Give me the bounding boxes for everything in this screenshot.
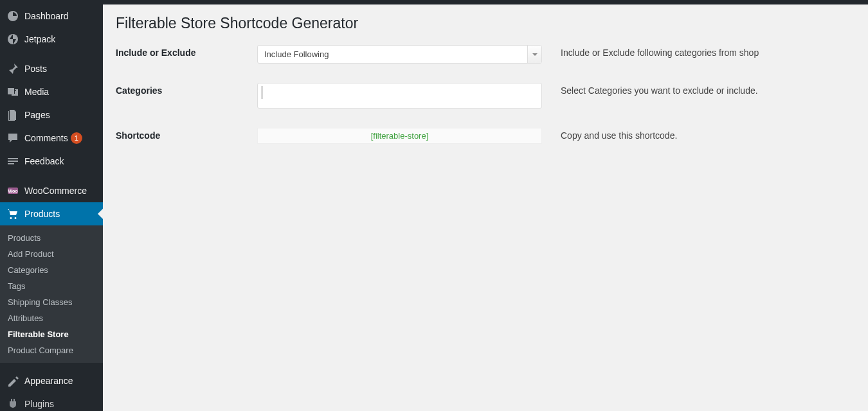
sidebar-item-dashboard[interactable]: Dashboard bbox=[0, 4, 103, 28]
cart-icon bbox=[6, 207, 19, 220]
admin-topbar bbox=[0, 0, 868, 4]
submenu-item-attributes[interactable]: Attributes bbox=[0, 310, 103, 326]
pages-icon bbox=[6, 109, 19, 121]
pin-icon bbox=[6, 62, 19, 75]
comment-icon bbox=[6, 132, 19, 144]
sidebar-item-plugins[interactable]: Plugins bbox=[0, 392, 103, 410]
sidebar-label: WooCommerce bbox=[24, 186, 87, 196]
submenu-item-filterable-store[interactable]: Filterable Store bbox=[0, 326, 103, 342]
dashboard-icon bbox=[6, 10, 19, 22]
sidebar-label: Dashboard bbox=[24, 11, 69, 21]
text-cursor bbox=[262, 86, 262, 99]
sidebar-item-products[interactable]: Products bbox=[0, 202, 103, 225]
appearance-icon bbox=[6, 374, 19, 387]
feedback-icon bbox=[6, 155, 19, 168]
svg-rect-2 bbox=[8, 158, 18, 159]
sidebar-label: Feedback bbox=[24, 156, 64, 166]
sidebar-label: Media bbox=[24, 87, 49, 97]
sidebar-label: Pages bbox=[24, 110, 50, 120]
help-shortcode: Copy and use this shortcode. bbox=[547, 128, 855, 141]
row-shortcode: Shortcode [filterable-store] Copy and us… bbox=[116, 128, 855, 144]
help-categories: Select Categories you want to exclude or… bbox=[547, 83, 855, 96]
include-exclude-select[interactable]: Include Following bbox=[257, 45, 542, 64]
plugins-icon bbox=[6, 398, 19, 410]
categories-multiselect[interactable] bbox=[257, 83, 542, 109]
row-include-exclude: Include or Exclude Include Following Inc… bbox=[116, 45, 855, 64]
sidebar-label: Products bbox=[24, 209, 60, 219]
sidebar-item-media[interactable]: Media bbox=[0, 80, 103, 103]
svg-rect-4 bbox=[8, 163, 14, 164]
label-shortcode: Shortcode bbox=[116, 128, 257, 141]
submenu-item-products[interactable]: Products bbox=[0, 230, 103, 246]
row-categories: Categories Select Categories you want to… bbox=[116, 83, 855, 109]
sidebar-item-posts[interactable]: Posts bbox=[0, 57, 103, 80]
sidebar-item-comments[interactable]: Comments 1 bbox=[0, 127, 103, 150]
submenu-item-add-product[interactable]: Add Product bbox=[0, 246, 103, 262]
chevron-down-icon bbox=[527, 46, 541, 63]
sidebar-label: Appearance bbox=[24, 376, 73, 386]
submenu-item-shipping-classes[interactable]: Shipping Classes bbox=[0, 294, 103, 310]
submenu-item-categories[interactable]: Categories bbox=[0, 262, 103, 278]
svg-rect-3 bbox=[8, 161, 18, 162]
help-include-exclude: Include or Exclude following categories … bbox=[547, 45, 855, 58]
svg-point-1 bbox=[15, 90, 16, 91]
sidebar-item-woocommerce[interactable]: Woo WooCommerce bbox=[0, 179, 103, 202]
media-icon bbox=[6, 85, 19, 98]
sidebar-label: Plugins bbox=[24, 399, 54, 409]
woocommerce-icon: Woo bbox=[6, 184, 19, 197]
shortcode-output[interactable]: [filterable-store] bbox=[257, 128, 542, 144]
sidebar-item-pages[interactable]: Pages bbox=[0, 103, 103, 127]
sidebar-item-appearance[interactable]: Appearance bbox=[0, 369, 103, 392]
submenu-item-tags[interactable]: Tags bbox=[0, 278, 103, 294]
page-title: Filterable Store Shortcode Generator bbox=[116, 15, 855, 32]
svg-text:Woo: Woo bbox=[8, 189, 17, 193]
comments-badge: 1 bbox=[71, 132, 82, 144]
sidebar-label: Posts bbox=[24, 64, 47, 74]
submenu-item-product-compare[interactable]: Product Compare bbox=[0, 342, 103, 358]
select-value: Include Following bbox=[258, 49, 527, 59]
sidebar-label: Jetpack bbox=[24, 34, 55, 44]
label-categories: Categories bbox=[116, 83, 257, 96]
sidebar-item-feedback[interactable]: Feedback bbox=[0, 150, 103, 173]
admin-sidebar: Dashboard Jetpack Posts Media Page bbox=[0, 4, 103, 411]
layout-container: Dashboard Jetpack Posts Media Page bbox=[0, 4, 868, 411]
jetpack-icon bbox=[6, 33, 19, 46]
main-content: Filterable Store Shortcode Generator Inc… bbox=[103, 4, 868, 411]
sidebar-label: Comments bbox=[24, 133, 68, 143]
products-submenu: Products Add Product Categories Tags Shi… bbox=[0, 225, 103, 363]
label-include-exclude: Include or Exclude bbox=[116, 45, 257, 58]
sidebar-item-jetpack[interactable]: Jetpack bbox=[0, 28, 103, 51]
